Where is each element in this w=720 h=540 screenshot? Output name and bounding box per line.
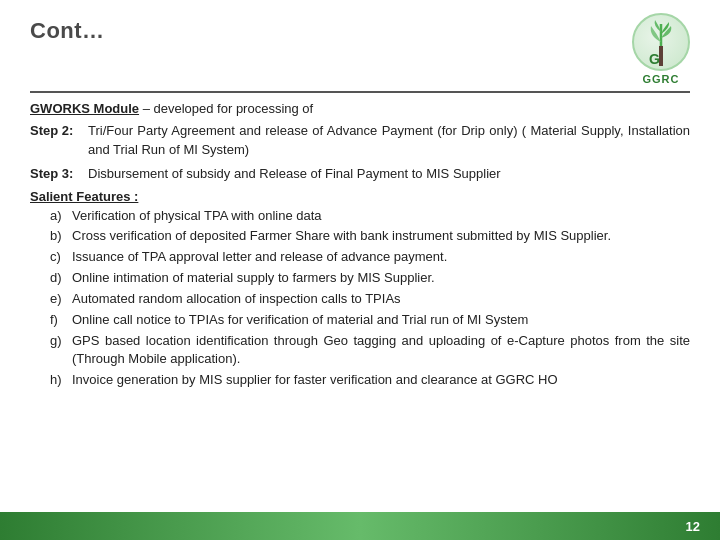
slide-container: Cont… G GGRC (0, 0, 720, 540)
feat-label-f: f) (50, 311, 72, 330)
feat-content-h: Invoice generation by MIS supplier for f… (72, 371, 690, 390)
feat-content-e: Automated random allocation of inspectio… (72, 290, 690, 309)
feat-content-b: Cross verification of deposited Farmer S… (72, 227, 690, 246)
salient-text: Salient Features : (30, 189, 138, 204)
feat-label-d: d) (50, 269, 72, 288)
list-item: e) Automated random allocation of inspec… (50, 290, 690, 309)
header-divider (30, 91, 690, 93)
feat-content-a: Verification of physical TPA with online… (72, 207, 690, 226)
feat-label-c: c) (50, 248, 72, 267)
list-item: c) Issuance of TPA approval letter and r… (50, 248, 690, 267)
logo-label: GGRC (643, 73, 680, 85)
svg-text:G: G (649, 51, 660, 67)
feat-label-b: b) (50, 227, 72, 246)
salient-label: Salient Features : (30, 189, 690, 204)
list-item: f) Online call notice to TPIAs for verif… (50, 311, 690, 330)
step2-content: Tri/Four Party Agreement and release of … (88, 122, 690, 160)
gworks-desc: – developed for processing of (139, 101, 313, 116)
feat-label-e: e) (50, 290, 72, 309)
list-item: h) Invoice generation by MIS supplier fo… (50, 371, 690, 390)
bottom-bar: 12 (0, 512, 720, 540)
page-title: Cont… (30, 18, 105, 44)
feat-content-g: GPS based location identification throug… (72, 332, 690, 370)
feat-label-a: a) (50, 207, 72, 226)
step3-label: Step 3: (30, 165, 88, 184)
logo-area: G GGRC (632, 13, 690, 85)
list-item: d) Online intimation of material supply … (50, 269, 690, 288)
step2-block: Step 2: Tri/Four Party Agreement and rel… (30, 122, 690, 160)
step2-label: Step 2: (30, 122, 88, 160)
feat-content-c: Issuance of TPA approval letter and rele… (72, 248, 690, 267)
feat-content-f: Online call notice to TPIAs for verifica… (72, 311, 690, 330)
feat-content-d: Online intimation of material supply to … (72, 269, 690, 288)
step3-block: Step 3: Disbursement of subsidy and Rele… (30, 165, 690, 184)
gworks-label: GWORKS Module (30, 101, 139, 116)
header: Cont… G GGRC (30, 18, 690, 85)
features-list: a) Verification of physical TPA with onl… (50, 207, 690, 391)
list-item: a) Verification of physical TPA with onl… (50, 207, 690, 226)
list-item: g) GPS based location identification thr… (50, 332, 690, 370)
feat-label-h: h) (50, 371, 72, 390)
list-item: b) Cross verification of deposited Farme… (50, 227, 690, 246)
gworks-module-line: GWORKS Module – developed for processing… (30, 101, 690, 116)
page-number: 12 (686, 519, 700, 534)
logo-circle: G (632, 13, 690, 71)
step3-content: Disbursement of subsidy and Release of F… (88, 165, 690, 184)
feat-label-g: g) (50, 332, 72, 370)
ggrc-logo-icon: G (635, 16, 687, 68)
